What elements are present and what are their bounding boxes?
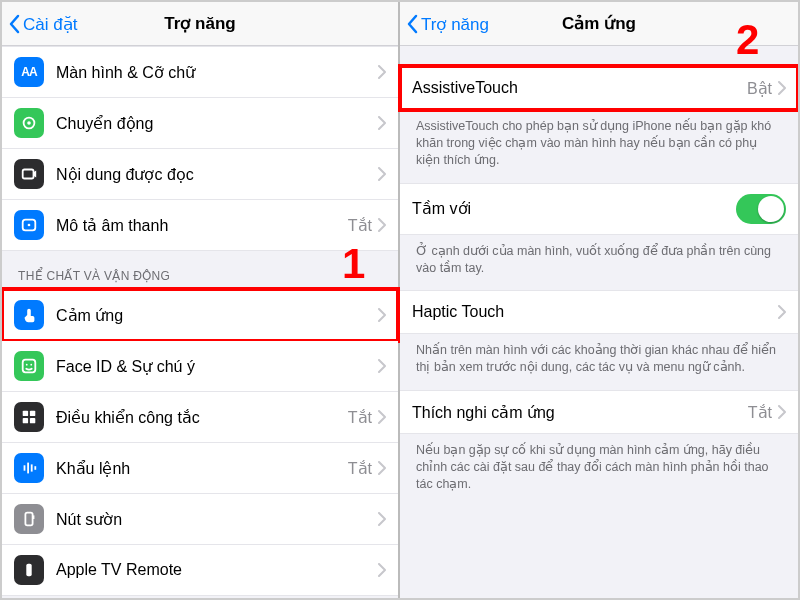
chevron-right-icon bbox=[778, 81, 786, 95]
svg-rect-17 bbox=[33, 515, 34, 519]
touch-settings-pane: Trợ năng Cảm ứng AssistiveTouchBậtAssist… bbox=[400, 2, 798, 598]
svg-rect-12 bbox=[24, 465, 26, 470]
svg-rect-9 bbox=[30, 411, 35, 416]
touch-row-t-m-v-i[interactable]: Tầm với bbox=[400, 183, 798, 235]
svg-point-7 bbox=[30, 364, 32, 366]
chevron-right-icon bbox=[778, 405, 786, 419]
row-value: Bật bbox=[747, 79, 772, 98]
touch-row-th-ch-nghi-c-m-ng[interactable]: Thích nghi cảm ứngTắt bbox=[400, 390, 798, 434]
svg-point-4 bbox=[28, 224, 31, 227]
settings-row-chuy-n-ng[interactable]: Chuyển động bbox=[2, 98, 398, 149]
row-value: Tắt bbox=[348, 216, 372, 235]
back-label: Cài đặt bbox=[23, 14, 77, 35]
row-value: Tắt bbox=[748, 403, 772, 422]
group-header-physical: THỂ CHẤT VÀ VẬN ĐỘNG bbox=[2, 251, 398, 289]
svg-point-6 bbox=[26, 364, 28, 366]
voice-icon bbox=[14, 453, 44, 483]
chevron-right-icon bbox=[778, 305, 786, 319]
page-title: Trợ năng bbox=[164, 13, 235, 34]
row-value: Tắt bbox=[348, 408, 372, 427]
motion-icon bbox=[14, 108, 44, 138]
chevron-left-icon bbox=[8, 14, 20, 34]
row-label: AssistiveTouch bbox=[412, 79, 747, 97]
back-button[interactable]: Trợ năng bbox=[406, 2, 489, 46]
row-label: Màn hình & Cỡ chữ bbox=[56, 63, 378, 82]
ad-icon bbox=[14, 210, 44, 240]
toggle-switch[interactable] bbox=[736, 194, 786, 224]
chevron-right-icon bbox=[378, 308, 386, 322]
nav-header: Cài đặt Trợ năng bbox=[2, 2, 398, 46]
settings-row-kh-u-l-nh[interactable]: Khẩu lệnhTắt bbox=[2, 443, 398, 494]
settings-row-m-n-h-nh-c-ch-[interactable]: AAMàn hình & Cỡ chữ bbox=[2, 46, 398, 98]
touch-icon bbox=[14, 300, 44, 330]
svg-rect-15 bbox=[34, 466, 36, 470]
annotation-2: 2 bbox=[736, 16, 759, 64]
row-footer: AssistiveTouch cho phép bạn sử dụng iPho… bbox=[400, 110, 798, 183]
row-label: Nội dung được đọc bbox=[56, 165, 378, 184]
svg-rect-18 bbox=[26, 564, 31, 577]
back-button[interactable]: Cài đặt bbox=[8, 2, 77, 46]
settings-row-c-m-ng[interactable]: Cảm ứng bbox=[2, 289, 398, 341]
page-title: Cảm ứng bbox=[562, 13, 636, 34]
row-label: Thích nghi cảm ứng bbox=[412, 403, 748, 422]
chevron-right-icon bbox=[378, 461, 386, 475]
row-label: Nút sườn bbox=[56, 510, 378, 529]
switch-icon bbox=[14, 402, 44, 432]
chevron-right-icon bbox=[378, 116, 386, 130]
back-label: Trợ năng bbox=[421, 14, 489, 35]
annotation-1: 1 bbox=[342, 240, 365, 288]
svg-rect-2 bbox=[23, 170, 34, 179]
atv-icon bbox=[14, 555, 44, 585]
row-value: Tắt bbox=[348, 459, 372, 478]
settings-row-apple-tv-remote[interactable]: Apple TV Remote bbox=[2, 545, 398, 596]
touch-row-assistivetouch[interactable]: AssistiveTouchBật bbox=[400, 66, 798, 110]
settings-row-m-t-m-thanh[interactable]: Mô tả âm thanhTắt bbox=[2, 200, 398, 251]
settings-row-face-id-s-ch-[interactable]: Face ID & Sự chú ý bbox=[2, 341, 398, 392]
settings-row--i-u-khi-n-c-ng-t-c[interactable]: Điều khiển công tắcTắt bbox=[2, 392, 398, 443]
svg-rect-10 bbox=[23, 418, 28, 423]
row-label: Mô tả âm thanh bbox=[56, 216, 348, 235]
touch-row-haptic-touch[interactable]: Haptic Touch bbox=[400, 290, 798, 334]
accessibility-settings-pane: Cài đặt Trợ năng AAMàn hình & Cỡ chữChuy… bbox=[2, 2, 400, 598]
chevron-right-icon bbox=[378, 359, 386, 373]
chevron-right-icon bbox=[378, 167, 386, 181]
row-footer: Nếu bạn gặp sự cố khi sử dụng màn hình c… bbox=[400, 434, 798, 507]
chevron-right-icon bbox=[378, 65, 386, 79]
row-label: Điều khiển công tắc bbox=[56, 408, 348, 427]
svg-point-1 bbox=[27, 121, 31, 125]
row-label: Apple TV Remote bbox=[56, 561, 378, 579]
settings-row-n-i-dung-c-c[interactable]: Nội dung được đọc bbox=[2, 149, 398, 200]
svg-rect-11 bbox=[30, 418, 35, 423]
svg-rect-16 bbox=[25, 513, 32, 526]
row-label: Cảm ứng bbox=[56, 306, 378, 325]
settings-row-n-t-s-n[interactable]: Nút sườn bbox=[2, 494, 398, 545]
row-label: Tầm với bbox=[412, 199, 736, 218]
row-label: Khẩu lệnh bbox=[56, 459, 348, 478]
AA-icon: AA bbox=[14, 57, 44, 87]
chevron-right-icon bbox=[378, 410, 386, 424]
chevron-left-icon bbox=[406, 14, 418, 34]
chevron-right-icon bbox=[378, 218, 386, 232]
row-label: Face ID & Sự chú ý bbox=[56, 357, 378, 376]
face-icon bbox=[14, 351, 44, 381]
row-label: Chuyển động bbox=[56, 114, 378, 133]
svg-rect-8 bbox=[23, 411, 28, 416]
side-icon bbox=[14, 504, 44, 534]
speech-icon bbox=[14, 159, 44, 189]
chevron-right-icon bbox=[378, 512, 386, 526]
chevron-right-icon bbox=[378, 563, 386, 577]
row-footer: Nhấn trên màn hình với các khoảng thời g… bbox=[400, 334, 798, 390]
svg-rect-13 bbox=[27, 463, 29, 474]
row-footer: Ở cạnh dưới của màn hình, vuốt xuống để … bbox=[400, 235, 798, 291]
row-label: Haptic Touch bbox=[412, 303, 778, 321]
svg-rect-14 bbox=[31, 464, 33, 471]
